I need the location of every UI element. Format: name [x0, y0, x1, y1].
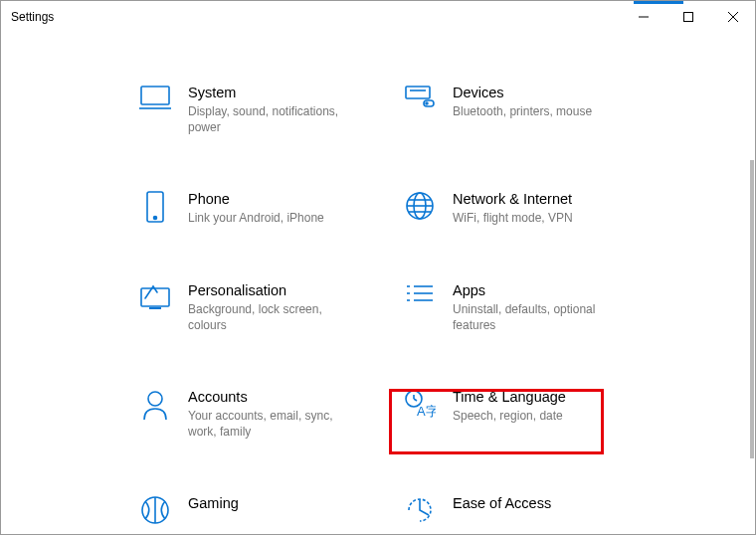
- settings-item-title: Time & Language: [453, 389, 566, 405]
- personalisation-icon: [138, 282, 172, 316]
- settings-item-desc: Speech, region, date: [453, 408, 566, 424]
- settings-item-devices[interactable]: Devices Bluetooth, printers, mouse: [403, 85, 667, 135]
- settings-item-title: Phone: [188, 191, 324, 207]
- ease-of-access-icon: [403, 495, 437, 529]
- settings-grid: System Display, sound, notifications, po…: [138, 85, 755, 529]
- settings-item-title: Gaming: [188, 495, 239, 511]
- settings-item-phone[interactable]: Phone Link your Android, iPhone: [138, 191, 403, 226]
- time-language-icon: A字: [403, 389, 437, 423]
- settings-item-system[interactable]: System Display, sound, notifications, po…: [138, 85, 403, 135]
- window-title: Settings: [1, 10, 54, 24]
- settings-item-personalisation[interactable]: Personalisation Background, lock screen,…: [138, 282, 403, 333]
- gaming-icon: [138, 495, 172, 529]
- close-button[interactable]: [710, 2, 755, 32]
- svg-text:A字: A字: [417, 404, 436, 419]
- minimize-icon: [639, 12, 649, 22]
- accent-strip: [634, 1, 683, 4]
- settings-item-desc: Link your Android, iPhone: [188, 210, 324, 226]
- settings-item-desc: Display, sound, notifications, power: [188, 103, 362, 135]
- close-icon: [728, 12, 738, 22]
- svg-rect-1: [683, 13, 692, 22]
- globe-icon: [403, 191, 437, 225]
- settings-item-title: Ease of Access: [453, 495, 551, 511]
- settings-item-title: Personalisation: [188, 282, 362, 298]
- maximize-icon: [683, 12, 693, 22]
- settings-item-desc: Uninstall, defaults, optional features: [453, 301, 627, 333]
- settings-item-title: Accounts: [188, 389, 362, 405]
- settings-item-desc: Your accounts, email, sync, work, family: [188, 408, 362, 440]
- settings-item-title: System: [188, 85, 362, 100]
- settings-item-title: Apps: [453, 282, 627, 298]
- svg-point-9: [426, 102, 428, 104]
- settings-item-network[interactable]: Network & Internet WiFi, flight mode, VP…: [403, 191, 667, 226]
- settings-item-title: Network & Internet: [453, 191, 573, 207]
- svg-point-11: [154, 217, 157, 220]
- settings-item-title: Devices: [453, 85, 592, 100]
- system-icon: [138, 85, 172, 118]
- settings-item-desc: WiFi, flight mode, VPN: [453, 210, 573, 226]
- settings-item-apps[interactable]: Apps Uninstall, defaults, optional featu…: [403, 282, 667, 333]
- settings-item-gaming[interactable]: Gaming: [138, 495, 403, 529]
- minimize-button[interactable]: [621, 2, 665, 32]
- settings-item-ease-of-access[interactable]: Ease of Access: [403, 495, 667, 529]
- svg-point-25: [148, 392, 162, 406]
- svg-line-28: [414, 399, 417, 401]
- svg-rect-4: [141, 87, 169, 104]
- window-controls: [621, 2, 755, 32]
- accounts-icon: [138, 389, 172, 423]
- vertical-scrollbar[interactable]: [750, 160, 754, 458]
- settings-content: System Display, sound, notifications, po…: [1, 33, 755, 534]
- svg-rect-6: [406, 87, 430, 98]
- settings-item-desc: Background, lock screen, colours: [188, 301, 362, 333]
- phone-icon: [138, 191, 172, 225]
- settings-item-accounts[interactable]: Accounts Your accounts, email, sync, wor…: [138, 389, 403, 440]
- settings-item-time-language[interactable]: A字 Time & Language Speech, region, date: [403, 389, 667, 440]
- settings-item-desc: Bluetooth, printers, mouse: [453, 103, 592, 119]
- maximize-button[interactable]: [665, 2, 710, 32]
- titlebar: Settings: [1, 1, 755, 33]
- apps-icon: [403, 282, 437, 316]
- devices-icon: [403, 85, 437, 118]
